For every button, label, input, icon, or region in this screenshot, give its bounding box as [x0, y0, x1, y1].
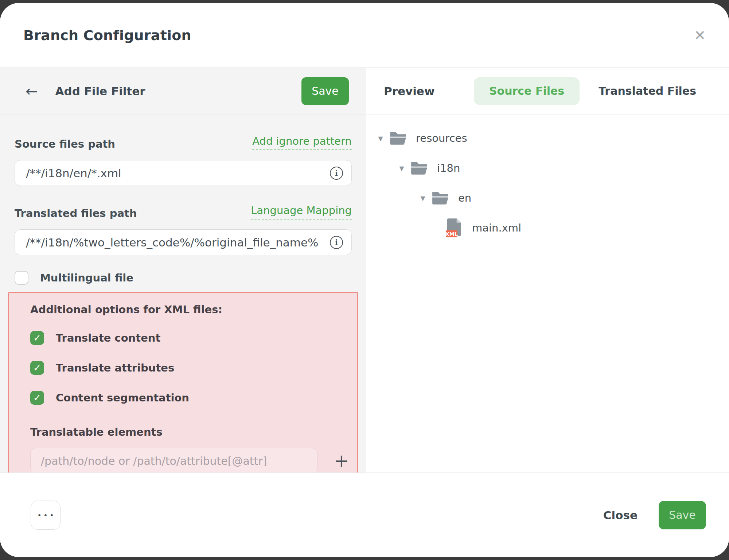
branch-configuration-dialog: Branch Configuration ✕ ← Add File Filter…	[0, 3, 729, 557]
caret-down-icon[interactable]: ▾	[374, 133, 387, 144]
dialog-title: Branch Configuration	[23, 27, 191, 43]
language-mapping-link[interactable]: Language Mapping	[251, 204, 352, 219]
close-button[interactable]: Close	[603, 509, 638, 522]
preview-title: Preview	[384, 85, 435, 98]
multilingual-checkbox[interactable]	[15, 271, 28, 285]
ellipsis-icon: •••	[37, 511, 55, 520]
file-filter-form: Source files path Add ignore pattern i T…	[0, 114, 366, 472]
translate-content-row[interactable]: ✓ Translate content	[30, 331, 349, 345]
caret-down-icon[interactable]: ▾	[417, 192, 429, 203]
caret-down-icon[interactable]: ▾	[395, 163, 408, 174]
preview-file-tree: ▾ resources ▾ i18n	[366, 114, 729, 472]
add-element-icon[interactable]: +	[334, 452, 349, 470]
xml-options-box: Additional options for XML files: ✓ Tran…	[8, 292, 358, 479]
translate-content-checkbox[interactable]: ✓	[30, 331, 44, 345]
dialog-footer: ••• Close Save	[0, 472, 729, 557]
tree-row-en[interactable]: ▾ en	[374, 190, 714, 206]
translate-attributes-row[interactable]: ✓ Translate attributes	[30, 361, 349, 375]
preview-header: Preview Source Files Translated Files	[366, 68, 729, 114]
file-filter-header: ← Add File Filter Save	[0, 68, 366, 114]
subheader-row: ← Add File Filter Save Preview Source Fi…	[0, 68, 729, 114]
multilingual-file-checkbox-row[interactable]: Multilingual file	[15, 271, 352, 285]
dialog-title-bar: Branch Configuration ✕	[0, 3, 729, 68]
info-icon[interactable]: i	[330, 236, 343, 249]
tab-source-files[interactable]: Source Files	[474, 77, 580, 105]
translatable-elements-label: Translatable elements	[30, 426, 349, 438]
save-button[interactable]: Save	[659, 501, 706, 529]
translated-files-path-label: Translated files path	[15, 207, 137, 219]
tree-row-i18n[interactable]: ▾ i18n	[374, 160, 714, 176]
file-filter-title: Add File Filter	[55, 85, 145, 98]
tree-label: en	[458, 192, 471, 204]
more-options-button[interactable]: •••	[31, 501, 61, 530]
content-segmentation-row[interactable]: ✓ Content segmentation	[30, 391, 349, 405]
translate-content-label: Translate content	[56, 332, 160, 344]
info-icon[interactable]: i	[330, 167, 343, 180]
tab-translated-files[interactable]: Translated Files	[583, 77, 712, 105]
translatable-elements-input[interactable]	[30, 448, 318, 474]
tree-label: resources	[416, 132, 467, 144]
tree-row-resources[interactable]: ▾ resources	[374, 130, 714, 147]
dialog-content: Source files path Add ignore pattern i T…	[0, 114, 729, 472]
folder-icon	[432, 191, 449, 205]
content-segmentation-checkbox[interactable]: ✓	[30, 391, 44, 405]
xml-file-icon: XML	[446, 218, 463, 238]
tree-row-main-xml[interactable]: XML main.xml	[374, 219, 714, 236]
tree-label: main.xml	[472, 222, 521, 234]
translated-files-path-input[interactable]	[15, 229, 352, 255]
preview-tabs: Source Files Translated Files	[474, 77, 712, 105]
add-ignore-pattern-link[interactable]: Add ignore pattern	[252, 135, 352, 150]
xml-options-title: Additional options for XML files:	[30, 303, 349, 316]
content-segmentation-label: Content segmentation	[56, 392, 189, 404]
tree-label: i18n	[437, 162, 460, 174]
svg-text:XML: XML	[446, 231, 458, 237]
folder-icon	[390, 131, 406, 145]
multilingual-label: Multilingual file	[40, 272, 133, 284]
close-icon[interactable]: ✕	[694, 28, 706, 42]
source-files-path-label: Source files path	[15, 138, 115, 150]
back-arrow-icon[interactable]: ←	[26, 84, 38, 98]
source-files-path-input[interactable]	[15, 160, 352, 186]
save-filter-button[interactable]: Save	[301, 77, 349, 105]
translate-attributes-label: Translate attributes	[56, 362, 174, 374]
translate-attributes-checkbox[interactable]: ✓	[30, 361, 44, 375]
folder-icon	[411, 161, 428, 175]
